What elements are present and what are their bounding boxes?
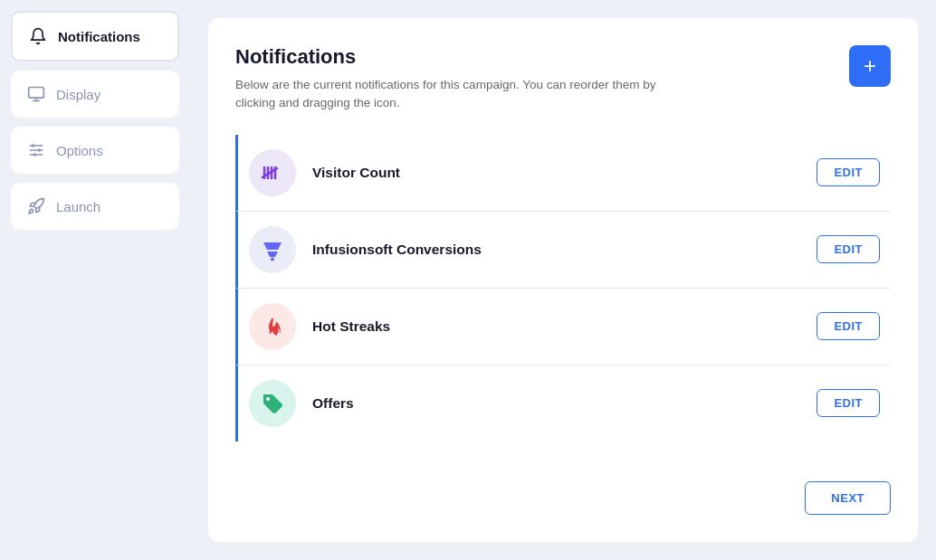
sliders-icon xyxy=(27,141,45,159)
svg-point-8 xyxy=(33,153,36,156)
main-content: Notifications Below are the current noti… xyxy=(190,0,936,560)
notification-label: Hot Streaks xyxy=(312,318,800,335)
svg-point-6 xyxy=(32,144,34,147)
next-button[interactable]: NEXT xyxy=(805,481,891,515)
infusionsoft-icon xyxy=(249,226,296,273)
notification-label: Offers xyxy=(312,395,800,412)
svg-point-7 xyxy=(38,148,41,151)
hot-streaks-icon xyxy=(249,303,296,350)
rocket-icon xyxy=(27,197,45,215)
edit-visitor-count-button[interactable]: EDIT xyxy=(817,158,880,186)
svg-point-16 xyxy=(271,257,274,261)
sidebar-item-label: Notifications xyxy=(58,29,140,44)
page-title: Notifications xyxy=(235,45,688,69)
notification-label: Visitor Count xyxy=(312,165,800,181)
add-notification-button[interactable]: + xyxy=(849,45,891,87)
content-footer: NEXT xyxy=(235,481,891,515)
page-description: Below are the current notifications for … xyxy=(235,76,688,113)
sidebar: Notifications Display Options xyxy=(0,0,190,560)
sidebar-item-launch[interactable]: Launch xyxy=(11,183,179,230)
offers-icon xyxy=(249,380,296,427)
sidebar-item-label: Options xyxy=(56,143,103,158)
svg-marker-14 xyxy=(263,242,282,250)
sidebar-item-label: Launch xyxy=(56,199,100,214)
sidebar-item-options[interactable]: Options xyxy=(11,127,179,174)
edit-infusionsoft-button[interactable]: EDIT xyxy=(817,235,880,263)
visitor-count-icon xyxy=(249,149,296,196)
notification-label: Infusionsoft Conversions xyxy=(312,242,800,258)
edit-hot-streaks-button[interactable]: EDIT xyxy=(817,312,880,340)
content-header: Notifications Below are the current noti… xyxy=(235,45,891,113)
content-card: Notifications Below are the current noti… xyxy=(208,18,918,542)
svg-marker-15 xyxy=(267,252,278,257)
svg-rect-0 xyxy=(29,88,44,99)
notification-row: Visitor Count EDIT xyxy=(235,135,891,212)
svg-point-17 xyxy=(266,397,270,401)
notification-row: Offers EDIT xyxy=(235,365,891,441)
notification-list: Visitor Count EDIT Infusionsoft Conversi… xyxy=(235,135,891,464)
notification-row: Hot Streaks EDIT xyxy=(235,289,891,365)
bell-icon xyxy=(29,27,47,45)
header-text: Notifications Below are the current noti… xyxy=(235,45,688,113)
sidebar-item-notifications[interactable]: Notifications xyxy=(11,11,179,62)
sidebar-item-display[interactable]: Display xyxy=(11,71,179,118)
sidebar-item-label: Display xyxy=(56,87,100,102)
monitor-icon xyxy=(27,85,45,103)
edit-offers-button[interactable]: EDIT xyxy=(817,389,880,417)
notification-row: Infusionsoft Conversions EDIT xyxy=(235,212,891,289)
